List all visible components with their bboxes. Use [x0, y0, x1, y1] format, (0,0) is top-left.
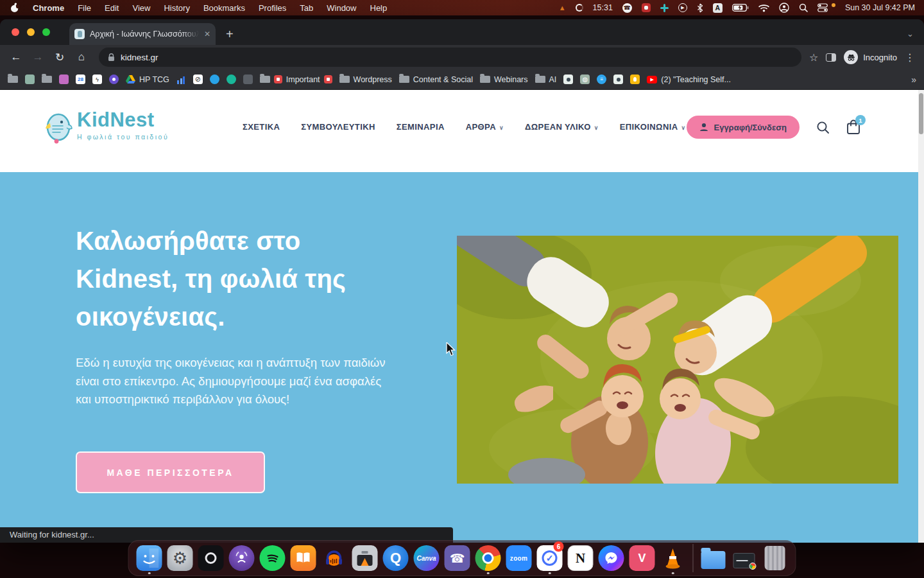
dock-finder[interactable] — [135, 543, 164, 574]
minimize-window-button[interactable] — [27, 28, 35, 36]
back-button[interactable]: ← — [6, 48, 26, 67]
playback-status-icon[interactable]: ▶ — [678, 3, 687, 12]
menubar-clock[interactable]: Sun 30 Jul 9:42 PM — [845, 3, 915, 12]
dock-ticktick[interactable]: 6 ✓ — [536, 543, 564, 574]
bookmark-folder-ai[interactable]: AI — [535, 75, 557, 84]
nav-seminaria[interactable]: ΣΕΜΙΝΑΡΙΑ — [397, 122, 445, 132]
learn-more-button[interactable]: ΜΑΘΕ ΠΕΡΙΣΣΟΤΕΡΑ — [76, 451, 265, 493]
new-tab-button[interactable]: + — [226, 28, 234, 40]
address-bar[interactable]: kidnest.gr — [99, 48, 801, 67]
home-button[interactable]: ⌂ — [72, 48, 91, 67]
control-center-icon[interactable] — [817, 3, 828, 13]
menu-view[interactable]: View — [132, 3, 150, 13]
reload-button[interactable]: ↻ — [50, 48, 69, 67]
dock-viber[interactable]: ☎ — [443, 543, 472, 574]
menu-help[interactable]: Help — [370, 3, 388, 13]
bookmark-hp-tcg[interactable]: HP TCG — [126, 75, 169, 84]
dock-quicktime[interactable]: Q — [382, 543, 410, 574]
menu-history[interactable]: History — [164, 3, 189, 13]
spotlight-icon[interactable] — [799, 3, 808, 13]
bookmark-icon[interactable] — [630, 74, 640, 84]
bookmark-folder-content-social[interactable]: Content & Social — [399, 75, 473, 84]
menu-bookmarks[interactable]: Bookmarks — [203, 3, 245, 13]
bookmark-icon[interactable] — [59, 74, 69, 84]
dock-downloads-folder[interactable] — [699, 543, 728, 574]
nav-dorean-yliko[interactable]: ΔΩΡΕΑΝ ΥΛΙΚΟ∨ — [525, 122, 599, 132]
bluetooth-icon[interactable] — [697, 3, 703, 13]
key-bookmark-icon[interactable] — [109, 74, 119, 84]
user-account-icon[interactable] — [779, 3, 789, 13]
battery-icon[interactable] — [732, 3, 749, 13]
nav-symvouleytiki[interactable]: ΣΥΜΒΟΥΛΕΥΤΙΚΗ — [301, 122, 375, 132]
dock-minimized-window[interactable] — [730, 543, 758, 574]
bookmark-icon[interactable]: ϟ — [92, 74, 102, 84]
viber-status-icon[interactable]: ☎ — [622, 3, 632, 13]
nav-sxetika[interactable]: ΣΧΕΤΙΚΑ — [243, 122, 280, 132]
scrollbar-thumb[interactable] — [919, 93, 923, 134]
chrome-menu-icon[interactable]: ⋮ — [905, 51, 915, 64]
bookmark-icon[interactable] — [243, 74, 253, 84]
health-plus-icon[interactable] — [660, 3, 669, 13]
dock-system-settings[interactable]: ⚙ — [166, 543, 194, 574]
bookmark-folder[interactable] — [42, 76, 52, 83]
dock-zoom[interactable]: zoom — [505, 543, 533, 574]
dock-screen-recorder[interactable] — [197, 543, 225, 574]
menu-edit[interactable]: Edit — [105, 3, 119, 13]
forward-button[interactable]: → — [28, 48, 47, 67]
side-panel-icon[interactable] — [826, 53, 836, 62]
apple-menu-icon[interactable] — [10, 3, 19, 13]
timer-ring-icon[interactable] — [576, 3, 583, 13]
bookmark-icon[interactable]: ≡ — [597, 74, 606, 84]
bookmark-folder-important[interactable]: Important — [260, 75, 332, 84]
chart-bookmark-icon[interactable] — [176, 74, 186, 84]
dock-spotify[interactable] — [259, 543, 287, 574]
bookmarks-overflow-icon[interactable]: » — [911, 74, 916, 85]
chrome-window: Αρχική - Ιωάννης Γλωσσόπουλ ✕ + ⌄ ← → ↻ … — [0, 19, 924, 543]
recorder-status-icon[interactable] — [642, 3, 651, 12]
bookmark-youtube[interactable]: ▶ (2) "Teaching Self... — [647, 75, 731, 84]
page-scrollbar[interactable] — [918, 90, 924, 543]
vlc-status-icon[interactable]: ▲ — [559, 3, 566, 13]
dock-chrome[interactable] — [474, 543, 502, 574]
dock-canva[interactable]: Canva — [413, 543, 441, 574]
menu-tab[interactable]: Tab — [300, 3, 313, 13]
bookmark-icon[interactable]: ⊘ — [193, 74, 203, 84]
bookmark-icon[interactable] — [613, 74, 623, 84]
bookmark-icon[interactable] — [210, 74, 219, 84]
bookmark-folder-wordpress[interactable]: Wordpress — [339, 75, 392, 84]
zoom-window-button[interactable] — [42, 28, 50, 36]
dock-notion[interactable]: N — [567, 543, 595, 574]
tab-close-icon[interactable]: ✕ — [204, 30, 210, 39]
bookmark-star-icon[interactable]: ☆ — [809, 51, 818, 64]
browser-tab[interactable]: Αρχική - Ιωάννης Γλωσσόπουλ ✕ — [69, 23, 216, 45]
dock-trash[interactable] — [761, 543, 789, 574]
menu-window[interactable]: Window — [327, 3, 356, 13]
site-logo[interactable]: KidNest Η φωλιά του παιδιού — [44, 109, 169, 145]
dock-audacity[interactable] — [320, 543, 348, 574]
signup-login-button[interactable]: Εγγραφή/Σύνδεση — [687, 116, 800, 139]
dock-messenger[interactable] — [597, 543, 626, 574]
bookmark-folder[interactable] — [8, 76, 18, 83]
dock-fireplace[interactable] — [351, 543, 379, 574]
bookmark-icon[interactable]: ◍ — [580, 74, 590, 84]
calendar-bookmark-icon[interactable]: 28 — [76, 74, 85, 84]
dock-books[interactable] — [289, 543, 318, 574]
nav-arthra[interactable]: ΑΡΘΡΑ∨ — [466, 122, 504, 132]
bookmark-icon[interactable] — [227, 74, 236, 84]
nav-epikoinonia[interactable]: ΕΠΙΚΟΙΝΩΝΙΑ∨ — [620, 122, 686, 132]
menubar-app-name[interactable]: Chrome — [33, 3, 64, 13]
dock-podcasts[interactable] — [228, 543, 256, 574]
dock-creator-app[interactable]: V — [628, 543, 656, 574]
search-icon[interactable] — [816, 121, 830, 134]
dock-vlc[interactable] — [659, 543, 687, 574]
input-source-icon[interactable]: A — [713, 3, 723, 13]
bookmark-icon[interactable] — [563, 74, 573, 84]
wifi-icon[interactable] — [758, 3, 769, 13]
tab-search-chevron-icon[interactable]: ⌄ — [907, 29, 914, 39]
menu-file[interactable]: File — [78, 3, 91, 13]
menu-profiles[interactable]: Profiles — [259, 3, 286, 13]
bookmark-icon[interactable] — [25, 74, 35, 84]
close-window-button[interactable] — [12, 28, 19, 36]
bookmark-folder-webinars[interactable]: Webinars — [480, 75, 528, 84]
cart-button[interactable]: 1 — [846, 119, 860, 135]
